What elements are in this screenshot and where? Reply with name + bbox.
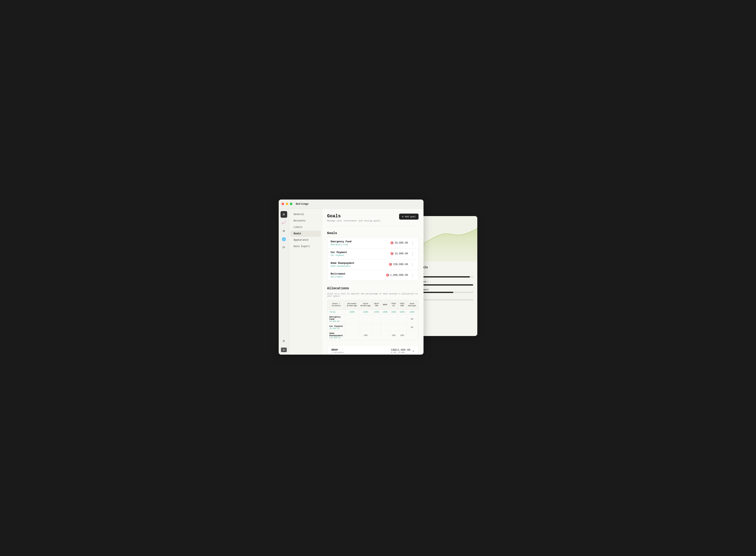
alloc-car-cash[interactable]: 50 xyxy=(406,324,418,331)
alloc-home-cash[interactable] xyxy=(406,331,418,340)
add-goal-button[interactable]: ⊕ Add goal xyxy=(399,214,419,219)
total-row: Total 100% 100% 100% 100% 100% 100% 100%… xyxy=(327,310,419,314)
alloc-emergency-cash[interactable]: 50 xyxy=(406,314,418,324)
account-change-rrsp: 0.00 →0.00% xyxy=(391,351,410,354)
nav-item-goals[interactable]: Goals xyxy=(290,231,321,237)
alloc-emergency-personal[interactable] xyxy=(345,314,359,324)
goals-list: Emergency Fund Emergency Fund 🎯 20,000.0… xyxy=(327,238,419,281)
alloc-car-joint[interactable] xyxy=(359,324,372,331)
window-title: Settings xyxy=(296,202,308,206)
sidebar-icon-globe[interactable]: 🌐 xyxy=(281,236,287,243)
minimize-button[interactable] xyxy=(286,203,288,205)
goal-right-car: 🎯 15,000.00 ⋮ xyxy=(390,251,415,256)
allocations-table: Goals \Accounts PersonalBrokerage JointB… xyxy=(327,300,419,340)
allocations-subtitle: Click on a cell to specify the percentag… xyxy=(327,293,419,297)
goal-name-car: Car Payment xyxy=(331,251,347,254)
goal-menu-button-retirement[interactable]: ⋮ xyxy=(410,273,415,278)
alloc-row-home: HomeDownpayment 150,000.00 100 100 100 xyxy=(327,331,419,340)
total-tfsa-usd: 100% xyxy=(398,310,406,314)
col-header-tfsa-usd: TFSAUSD xyxy=(398,300,406,310)
emergency-fund-check-icon: ✓ xyxy=(427,280,428,283)
goal-info-home: Home Downpayment Home Downpayment xyxy=(331,262,354,267)
nav-item-accounts[interactable]: Accounts xyxy=(290,218,321,224)
col-header-crypto: CryptoCAD xyxy=(418,300,419,310)
sidebar-icon-chart[interactable]: 📈 xyxy=(281,219,287,226)
goal-amount-retirement: 🎯 1,000,000.00 xyxy=(386,274,408,277)
goal-menu-button-car[interactable]: ⋮ xyxy=(410,251,415,256)
account-row-rrsp: RRSP 1 accounts CA$12,000.00 0.00 →0.00% xyxy=(327,346,418,355)
goal-menu-button-emergency[interactable]: ⋮ xyxy=(410,241,415,245)
col-header-tfsa-ca: TFSACA xyxy=(389,300,398,310)
goal-subname-car: Car Payment xyxy=(331,254,347,256)
nav-item-general[interactable]: General xyxy=(290,211,321,217)
alloc-emergency-rrsp[interactable] xyxy=(381,314,389,324)
goal-right-retirement: 🎯 1,000,000.00 ⋮ xyxy=(386,273,415,278)
sidebar-icon-settings[interactable]: ⚙ xyxy=(281,211,287,218)
alloc-home-tfsa-usd[interactable]: 100 xyxy=(398,331,406,340)
alloc-home-personal[interactable] xyxy=(345,331,359,340)
title-bar: Settings xyxy=(279,200,424,209)
goal-icon-home: 🎯 xyxy=(389,263,392,266)
nav-item-appearance[interactable]: Appearance xyxy=(290,237,321,243)
alloc-goal-car: Car Payment 15,000.00 xyxy=(327,324,345,331)
goal-icon-retirement: 🎯 xyxy=(386,274,389,277)
chevron-down-icon-rrsp: ∨ xyxy=(413,349,414,353)
alloc-emergency-joint[interactable] xyxy=(359,314,372,324)
alloc-car-roth[interactable] xyxy=(372,324,381,331)
goal-info-emergency: Emergency Fund Emergency Fund xyxy=(331,240,352,246)
nav-item-limits[interactable]: Limits xyxy=(290,224,321,230)
goal-row-retirement: Retirement Retirement 🎯 1,000,000.00 ⋮ xyxy=(327,270,418,281)
alloc-home-roth[interactable] xyxy=(372,331,381,340)
goal-menu-button-home[interactable]: ⋮ xyxy=(410,262,415,267)
alloc-emergency-crypto[interactable] xyxy=(418,314,419,324)
goal-name-home: Home Downpayment xyxy=(331,262,354,265)
close-button[interactable] xyxy=(282,203,284,205)
alloc-emergency-tfsa-usd[interactable] xyxy=(398,314,406,324)
sidebar-icon-settings-bottom[interactable]: ⚙ xyxy=(281,338,287,344)
alloc-home-tfsa-ca[interactable]: 100 xyxy=(389,331,398,340)
nav-item-data-export[interactable]: Data Export xyxy=(290,243,321,250)
account-name-rrsp: RRSP xyxy=(331,348,344,351)
goal-name-emergency: Emergency Fund xyxy=(331,240,352,243)
alloc-emergency-tfsa-ca[interactable] xyxy=(389,314,398,324)
total-roth: 100% xyxy=(372,310,381,314)
alloc-car-rrsp[interactable] xyxy=(381,324,389,331)
goal-right-emergency: 🎯 20,000.00 ⋮ xyxy=(390,241,415,245)
collapse-sidebar-button[interactable]: ◀▶ xyxy=(281,348,287,352)
account-sub-rrsp: 1 accounts xyxy=(331,351,344,354)
goal-info-retirement: Retirement Retirement xyxy=(331,273,346,278)
total-tfsa-ca: 100% xyxy=(389,310,398,314)
goal-row-car-payment: Car Payment Car Payment 🎯 15,000.00 ⋮ xyxy=(327,248,418,259)
total-crypto: 100% xyxy=(418,310,419,314)
content-header: Goals Manage your investment and saving … xyxy=(327,214,419,227)
maximize-button[interactable] xyxy=(290,203,292,205)
content-area: Goals Manage your investment and saving … xyxy=(322,209,424,355)
alloc-home-joint[interactable]: 100 xyxy=(359,331,372,340)
alloc-car-personal[interactable] xyxy=(345,324,359,331)
sidebar: ⚙ 📈 ⊞ 🌐 ⟳ ⚙ ◀▶ xyxy=(279,209,289,355)
alloc-car-tfsa-ca[interactable] xyxy=(389,324,398,331)
account-info-rrsp: RRSP 1 accounts xyxy=(331,348,344,354)
alloc-goal-home: HomeDownpayment 150,000.00 xyxy=(327,331,345,340)
col-header-rrsp: RRSP xyxy=(381,300,389,310)
col-header-cash: CashSavings xyxy=(406,300,418,310)
goal-name-retirement: Retirement xyxy=(331,273,346,275)
goal-row-home: Home Downpayment Home Downpayment 🎯 150,… xyxy=(327,259,418,270)
goal-right-home: 🎯 150,000.00 ⋮ xyxy=(389,262,415,267)
alloc-car-tfsa-usd[interactable] xyxy=(398,324,406,331)
alloc-home-crypto[interactable]: 100 xyxy=(418,331,419,340)
goal-row-emergency-fund: Emergency Fund Emergency Fund 🎯 20,000.0… xyxy=(327,238,418,248)
total-joint: 100% xyxy=(359,310,372,314)
allocations-title: Allocations xyxy=(327,286,419,290)
sidebar-icon-grid[interactable]: ⊞ xyxy=(281,228,287,234)
alloc-car-crypto[interactable] xyxy=(418,324,419,331)
sidebar-icon-history[interactable]: ⟳ xyxy=(281,244,287,251)
goal-info-car: Car Payment Car Payment xyxy=(331,251,347,256)
col-header-goals: Goals \Accounts xyxy=(327,300,345,310)
total-cell-label: Total xyxy=(327,310,345,314)
goal-icon-emergency: 🎯 xyxy=(390,241,394,245)
alloc-home-rrsp[interactable] xyxy=(381,331,389,340)
alloc-emergency-roth[interactable] xyxy=(372,314,381,324)
total-rrsp: 100% xyxy=(381,310,389,314)
allocations-table-wrap: Goals \Accounts PersonalBrokerage JointB… xyxy=(327,300,419,340)
